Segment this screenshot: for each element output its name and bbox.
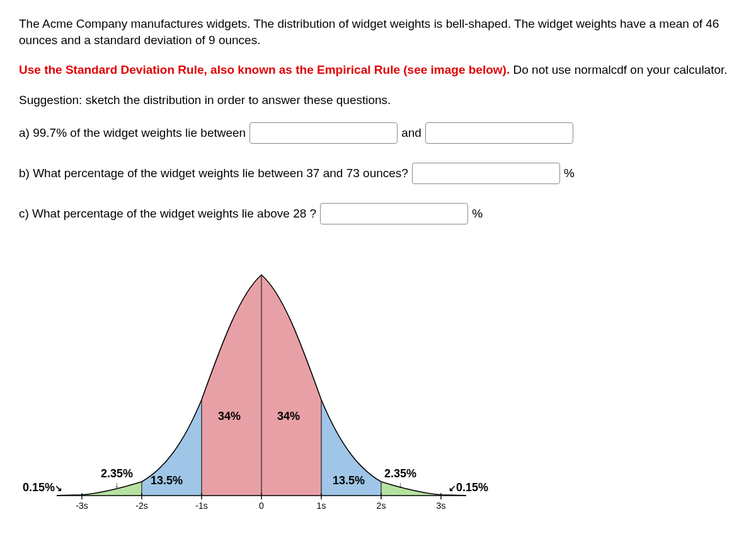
instruction-rest: Do not use normalcdf on your calculator. xyxy=(510,63,727,76)
label-0-15-left: 0.15%↘ xyxy=(23,481,62,494)
tick-2s: 2s xyxy=(377,501,386,511)
tick-3s: 3s xyxy=(437,501,446,511)
label-0-15-right: ↙0.15% xyxy=(449,481,488,494)
intro-paragraph-1: The Acme Company manufactures widgets. T… xyxy=(19,16,737,48)
intro-paragraph-3: Suggestion: sketch the distribution in o… xyxy=(19,92,737,108)
question-a-text-pre: a) 99.7% of the widget weights lie betwe… xyxy=(19,126,246,140)
label-34-right: 34% xyxy=(277,410,300,423)
tick-0: 0 xyxy=(259,501,264,511)
tick-neg3s: -3s xyxy=(76,501,88,511)
question-c-suffix: % xyxy=(472,207,483,221)
empirical-rule-chart: 0.15%↘ 2.35%↓ 13.5% 34% 34% 13.5% 2.35%↓… xyxy=(19,243,504,514)
tick-neg1s: -1s xyxy=(195,501,207,511)
question-b-text: b) What percentage of the widget weights… xyxy=(19,166,408,180)
bell-curve-svg xyxy=(19,243,504,514)
question-c-text: c) What percentage of the widget weights… xyxy=(19,207,316,221)
intro-paragraph-2: Use the Standard Deviation Rule, also kn… xyxy=(19,62,737,78)
question-a: a) 99.7% of the widget weights lie betwe… xyxy=(19,122,737,144)
label-2-35-right: 2.35%↓ xyxy=(384,467,416,489)
tick-neg2s: -2s xyxy=(135,501,147,511)
question-b: b) What percentage of the widget weights… xyxy=(19,163,737,184)
label-2-35-left: 2.35%↓ xyxy=(101,467,133,489)
instruction-highlight: Use the Standard Deviation Rule, also kn… xyxy=(19,63,510,76)
answer-a-high-input[interactable] xyxy=(425,122,573,144)
question-c: c) What percentage of the widget weights… xyxy=(19,203,737,224)
answer-a-low-input[interactable] xyxy=(249,122,398,144)
label-13-5-right: 13.5% xyxy=(333,474,365,487)
question-a-and: and xyxy=(401,126,421,140)
answer-c-input[interactable] xyxy=(320,203,468,224)
label-34-left: 34% xyxy=(218,410,241,423)
tick-1s: 1s xyxy=(317,501,326,511)
question-b-suffix: % xyxy=(564,166,575,180)
answer-b-input[interactable] xyxy=(412,163,560,184)
label-13-5-left: 13.5% xyxy=(151,474,183,487)
